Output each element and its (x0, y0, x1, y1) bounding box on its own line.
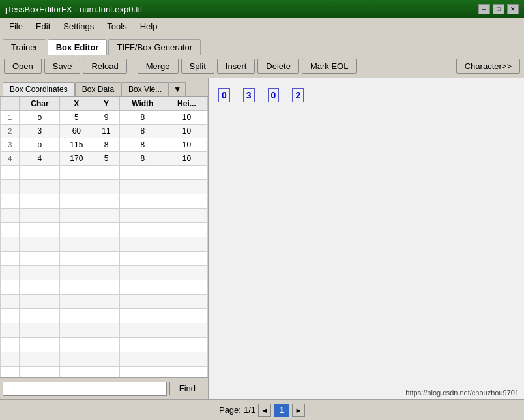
table-row-empty (1, 180, 208, 194)
table-body: 1 o 5 9 8 10 2 3 60 11 8 10 3 o 115 8 8 … (1, 111, 208, 378)
cell-y: 11 (93, 125, 120, 138)
table-row[interactable]: 4 4 170 5 8 10 (1, 152, 208, 166)
cell-width: 8 (119, 125, 166, 138)
cell-y: 8 (93, 138, 120, 152)
current-page: 1 (274, 404, 289, 417)
col-header-y: Y (93, 97, 120, 111)
table-row[interactable]: 2 3 60 11 8 10 (1, 125, 208, 138)
cell-height: 10 (166, 111, 207, 125)
col-header-width: Width (119, 97, 166, 111)
cell-height: 10 (166, 125, 207, 138)
cell-x: 115 (60, 138, 93, 152)
sub-tab-dropdown[interactable]: ▼ (169, 82, 186, 96)
table-row[interactable]: 1 o 5 9 8 10 (1, 111, 208, 125)
title-bar: jTessBoxEditorFX - num.font.exp0.tif ─ □… (0, 0, 524, 18)
prev-page-button[interactable]: ◄ (258, 404, 271, 417)
cell-x: 60 (60, 125, 93, 138)
window-controls: ─ □ ✕ (478, 4, 519, 14)
minimize-button[interactable]: ─ (478, 4, 490, 14)
cell-height: 10 (166, 152, 207, 166)
table-row-empty (1, 338, 208, 352)
cell-y: 5 (93, 152, 120, 166)
merge-button[interactable]: Merge (138, 59, 179, 74)
char-item: 2 (292, 88, 304, 102)
cell-y: 9 (93, 111, 120, 125)
save-button[interactable]: Save (44, 59, 81, 74)
cell-char: 3 (20, 125, 60, 138)
close-button[interactable]: ✕ (507, 4, 519, 14)
col-header-char: Char (20, 97, 60, 111)
page-label: Page: (219, 405, 241, 415)
col-header-height: Hei... (166, 97, 207, 111)
cell-num: 4 (1, 152, 20, 166)
mark-eol-button[interactable]: Mark EOL (302, 59, 357, 74)
menu-settings[interactable]: Settings (57, 20, 100, 33)
page-info: 1/1 (244, 405, 255, 415)
sub-tab-box-data[interactable]: Box Data (75, 82, 121, 96)
open-button[interactable]: Open (4, 59, 42, 74)
page-navigation: Page: 1/1 ◄ 1 ► (219, 404, 305, 417)
table-row[interactable]: 3 o 115 8 8 10 (1, 138, 208, 152)
sub-tab-box-coordinates[interactable]: Box Coordinates (3, 82, 75, 96)
cell-width: 8 (119, 152, 166, 166)
table-row-empty (1, 223, 208, 237)
main-content: Box Coordinates Box Data Box Vie... ▼ Ch… (0, 78, 524, 399)
left-panel: Box Coordinates Box Data Box Vie... ▼ Ch… (0, 78, 209, 399)
menu-tools[interactable]: Tools (100, 20, 133, 33)
cell-num: 3 (1, 138, 20, 152)
table-row-empty (1, 194, 208, 209)
table-row-empty (1, 266, 208, 280)
table-row-empty (1, 323, 208, 338)
window-title: jTessBoxEditorFX - num.font.exp0.tif (5, 5, 142, 14)
url-text: https://blog.csdn.net/chouzhou9701 (405, 389, 519, 397)
main-tabs: Trainer Box Editor TIFF/Box Generator (0, 35, 524, 55)
split-button[interactable]: Split (181, 59, 214, 74)
insert-button[interactable]: Insert (217, 59, 255, 74)
table-row-empty (1, 252, 208, 266)
maximize-button[interactable]: □ (493, 4, 504, 14)
right-panel: 0302 https://blog.csdn.net/chouzhou9701 (209, 78, 524, 399)
cell-num: 2 (1, 125, 20, 138)
tab-trainer[interactable]: Trainer (3, 39, 46, 55)
cell-num: 1 (1, 111, 20, 125)
menu-bar: File Edit Settings Tools Help (0, 18, 524, 35)
cell-char: 4 (20, 152, 60, 166)
cell-height: 10 (166, 138, 207, 152)
col-header-x: X (60, 97, 93, 111)
char-item: 0 (218, 88, 230, 102)
sub-tab-box-view[interactable]: Box Vie... (121, 82, 169, 96)
menu-file[interactable]: File (3, 20, 29, 33)
cell-x: 170 (60, 152, 93, 166)
table-row-empty (1, 209, 208, 223)
table-row-empty (1, 352, 208, 367)
cell-width: 8 (119, 138, 166, 152)
table-header-row: Char X Y Width Hei... (1, 97, 208, 111)
search-bar: Find (0, 377, 208, 399)
table-row-empty (1, 295, 208, 309)
col-header-num (1, 97, 20, 111)
table-row-empty (1, 367, 208, 378)
menu-help[interactable]: Help (134, 20, 164, 33)
menu-edit[interactable]: Edit (29, 20, 57, 33)
cell-char: o (20, 111, 60, 125)
toolbar: Open Save Reload Merge Split Insert Dele… (0, 55, 524, 78)
find-button[interactable]: Find (169, 382, 205, 395)
next-page-button[interactable]: ► (292, 404, 305, 417)
table-row-empty (1, 166, 208, 180)
data-table: Char X Y Width Hei... 1 o 5 9 8 10 2 3 6… (0, 97, 208, 377)
tab-box-editor[interactable]: Box Editor (48, 39, 108, 55)
table-row-empty (1, 280, 208, 295)
char-item: 3 (243, 88, 255, 102)
delete-button[interactable]: Delete (257, 59, 299, 74)
character-button[interactable]: Character>> (456, 59, 520, 74)
cell-width: 8 (119, 111, 166, 125)
cell-char: o (20, 138, 60, 152)
table-row-empty (1, 309, 208, 323)
sub-tabs: Box Coordinates Box Data Box Vie... ▼ (0, 78, 208, 97)
status-bar: Page: 1/1 ◄ 1 ► (0, 399, 524, 420)
table-row-empty (1, 237, 208, 252)
reload-button[interactable]: Reload (83, 59, 126, 74)
search-input[interactable] (3, 382, 167, 396)
char-display: 0302 (215, 85, 517, 106)
tab-tiff-box-generator[interactable]: TIFF/Box Generator (108, 39, 201, 55)
